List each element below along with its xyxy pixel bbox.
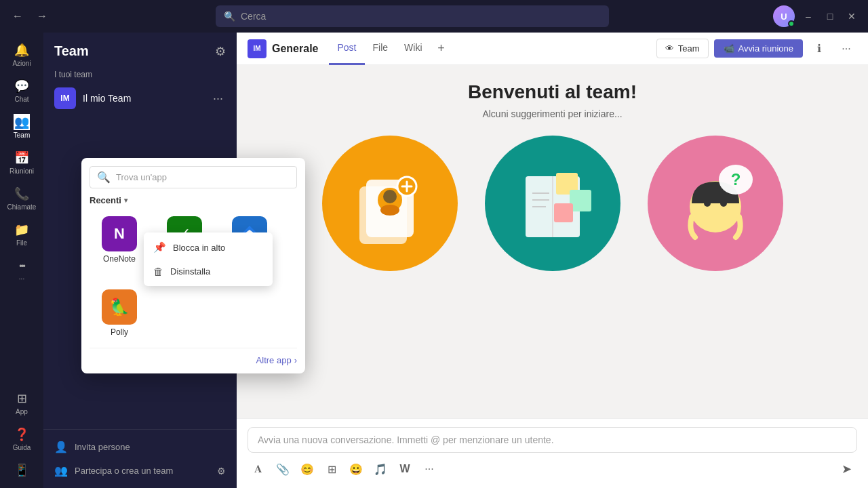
file-icon: 📁 xyxy=(14,222,30,238)
maximize-button[interactable]: □ xyxy=(822,8,838,24)
channel-avatar: IM xyxy=(248,39,267,58)
main-content: IM Generale Post File Wiki + 👁 Team 📹 Av… xyxy=(237,33,868,488)
polly-icon: 🦜 xyxy=(102,289,137,325)
popup-footer: Altre app › xyxy=(90,348,297,365)
teams-section-label: I tuoi team xyxy=(43,64,237,82)
sidebar-item-altro[interactable]: ••• ··· xyxy=(4,253,39,287)
welcome-subtitle: Alcuni suggerimenti per iniziare... xyxy=(264,108,841,119)
illustration-wiki xyxy=(485,136,620,271)
add-tab-button[interactable]: + xyxy=(431,38,452,60)
titlebar-nav: ← → xyxy=(8,7,52,26)
svg-text:?: ? xyxy=(730,170,741,188)
trash-icon: 🗑 xyxy=(153,266,163,277)
message-input-area: Avvia una nuova conversazione. Immetti @… xyxy=(237,418,868,488)
message-toolbar: 𝐀 📎 😊 ⊞ 😀 🎵 W ··· ➤ xyxy=(248,458,857,480)
sidebar-item-chat[interactable]: 💬 Chat xyxy=(4,74,39,107)
tab-post[interactable]: Post xyxy=(329,33,364,65)
tab-file[interactable]: File xyxy=(365,33,397,65)
sidebar-icons: 🔔 Azioni 💬 Chat 👥 Team 📅 Riunioni 📞 Chia… xyxy=(0,33,43,488)
channel-name: Generale xyxy=(272,43,318,55)
tab-wiki[interactable]: Wiki xyxy=(396,33,430,65)
partecipa-icon: 👥 xyxy=(54,464,68,477)
panel-bottom: 👤 Invita persone 👥 Partecipa o crea un t… xyxy=(43,429,237,488)
back-button[interactable]: ← xyxy=(8,7,27,26)
teams-panel-header: Team ⚙ xyxy=(43,33,237,64)
svg-point-3 xyxy=(383,190,397,203)
app-popup-section: Recenti ▾ xyxy=(90,195,297,205)
context-menu-item-blocca[interactable]: 📌 Blocca in alto xyxy=(144,235,273,260)
partecipa-item[interactable]: 👥 Partecipa o crea un team ⚙ xyxy=(43,459,237,483)
avatar[interactable]: U xyxy=(773,5,795,27)
app-search-input[interactable] xyxy=(116,172,290,182)
azioni-icon: 🔔 xyxy=(14,42,30,58)
svg-rect-15 xyxy=(554,203,573,222)
more-apps-button[interactable]: Altre app › xyxy=(256,355,297,365)
channel-header: IM Generale Post File Wiki + 👁 Team 📹 Av… xyxy=(237,33,868,65)
illustration-add-people xyxy=(322,136,458,271)
info-button[interactable]: ℹ xyxy=(808,38,830,60)
context-menu: 📌 Blocca in alto 🗑 Disinstalla xyxy=(144,232,273,286)
send-button[interactable]: ➤ xyxy=(835,458,857,480)
pin-icon: 📌 xyxy=(153,241,166,253)
format-text-button[interactable]: 𝐀 xyxy=(248,458,269,480)
team-eye-icon: 👁 xyxy=(665,43,674,54)
channel-actions: 👁 Team 📹 Avvia riunione ℹ ··· xyxy=(656,38,857,60)
main-layout: 🔔 Azioni 💬 Chat 👥 Team 📅 Riunioni 📞 Chia… xyxy=(0,33,868,488)
camera-icon: 📹 xyxy=(724,43,734,54)
sidebar-item-riunioni[interactable]: 📅 Riunioni xyxy=(4,146,39,179)
sidebar-item-guida[interactable]: ❓ Guida xyxy=(4,422,39,455)
filter-button[interactable]: ⚙ xyxy=(215,44,226,59)
more-apps-arrow-icon: › xyxy=(294,355,297,365)
section-chevron-icon: ▾ xyxy=(124,197,127,204)
team-icon: 👥 xyxy=(14,114,30,130)
attach-button[interactable]: 📎 xyxy=(272,458,294,480)
partecipa-settings-icon[interactable]: ⚙ xyxy=(217,466,226,476)
message-input-placeholder[interactable]: Avvia una nuova conversazione. Immetti @… xyxy=(248,427,857,453)
chat-icon: 💬 xyxy=(14,78,30,94)
minimize-button[interactable]: – xyxy=(800,8,816,24)
team-name: Il mio Team xyxy=(83,93,203,104)
team-avatar: IM xyxy=(54,87,76,109)
invita-icon: 👤 xyxy=(54,441,68,453)
word-button[interactable]: W xyxy=(394,458,416,480)
invita-item[interactable]: 👤 Invita persone xyxy=(43,435,237,459)
channel-tabs: Post File Wiki + xyxy=(329,33,656,65)
sidebar-item-app[interactable]: ⊞ App xyxy=(4,386,39,420)
sidebar-item-team[interactable]: 👥 Team xyxy=(4,110,39,143)
sidebar-item-file[interactable]: 📁 File xyxy=(4,218,39,251)
app-search-icon: 🔍 xyxy=(97,171,111,184)
sidebar-item-mobile[interactable]: 📱 xyxy=(4,458,39,483)
more-options-button[interactable]: ··· xyxy=(835,38,857,60)
riunioni-icon: 📅 xyxy=(14,150,30,166)
welcome-area: Benvenuti al team! Alcuni suggerimenti p… xyxy=(237,65,868,418)
team-item[interactable]: IM Il mio Team ··· xyxy=(43,82,237,115)
titlebar: ← → 🔍 U – □ ✕ xyxy=(0,0,868,33)
team-action-button[interactable]: 👁 Team xyxy=(656,39,709,58)
app-item-polly[interactable]: 🦜 Polly xyxy=(90,284,149,342)
audio-button[interactable]: 🎵 xyxy=(370,458,391,480)
welcome-title: Benvenuti al team! xyxy=(264,81,841,103)
app-icon: ⊞ xyxy=(14,390,30,407)
apps-button[interactable]: ⊞ xyxy=(321,458,342,480)
sidebar-item-azioni[interactable]: 🔔 Azioni xyxy=(4,38,39,71)
teams-panel-title: Team xyxy=(54,43,89,59)
sticker-button[interactable]: 😀 xyxy=(345,458,367,480)
close-button[interactable]: ✕ xyxy=(844,8,860,24)
app-item-onenote[interactable]: N OneNote xyxy=(90,211,149,279)
search-input[interactable] xyxy=(241,11,601,22)
forward-button[interactable]: → xyxy=(33,7,52,26)
altro-icon: ••• xyxy=(14,258,30,274)
context-menu-item-disinstalla[interactable]: 🗑 Disinstalla xyxy=(144,260,273,283)
emoji-button[interactable]: 😊 xyxy=(296,458,318,480)
team-more-button[interactable]: ··· xyxy=(210,90,226,107)
app-popup-search-bar: 🔍 xyxy=(90,166,297,188)
svg-point-4 xyxy=(380,205,399,216)
mobile-icon: 📱 xyxy=(14,462,30,479)
teams-panel: Team ⚙ I tuoi team IM Il mio Team ··· 🔍 … xyxy=(43,33,237,488)
search-icon: 🔍 xyxy=(224,11,235,22)
sidebar-item-chiamate[interactable]: 📞 Chiamate xyxy=(4,182,39,215)
onenote-icon: N xyxy=(102,216,137,251)
guida-icon: ❓ xyxy=(14,426,30,443)
more-tools-button[interactable]: ··· xyxy=(418,458,440,480)
start-meeting-button[interactable]: 📹 Avvia riunione xyxy=(714,39,803,58)
